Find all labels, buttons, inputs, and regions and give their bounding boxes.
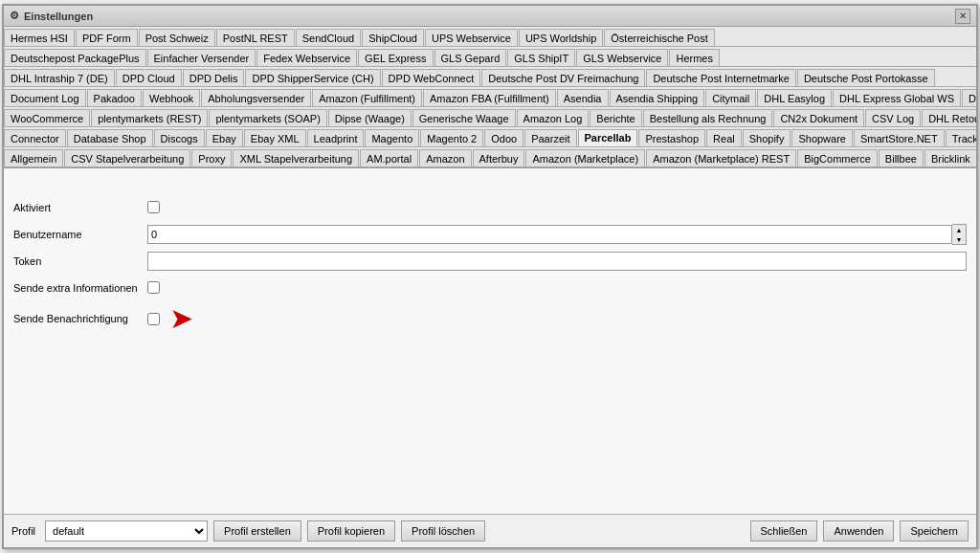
tab-post-schweiz[interactable]: Post Schweiz bbox=[139, 29, 215, 46]
tab-prestashop[interactable]: Prestashop bbox=[638, 129, 705, 146]
tab-plentymarkets-rest[interactable]: plentymarkets (REST) bbox=[91, 109, 208, 126]
tab-abholungsversender[interactable]: Abholungsversender bbox=[201, 89, 311, 106]
tab-ups-worldship[interactable]: UPS Worldship bbox=[519, 29, 603, 46]
tab-am-portal[interactable]: AM.portal bbox=[360, 149, 418, 166]
tab-generische-waage[interactable]: Generische Waage bbox=[412, 109, 516, 126]
tab-bricklink[interactable]: Bricklink bbox=[924, 149, 976, 166]
speichern-button[interactable]: Speichern bbox=[900, 520, 969, 542]
tab-deutsche-post-portokasse[interactable]: Deutsche Post Portokasse bbox=[797, 69, 935, 86]
tab-einfacher-versender[interactable]: Einfacher Versender bbox=[147, 49, 256, 66]
tab-dpd-cloud[interactable]: DPD Cloud bbox=[116, 69, 182, 86]
tab-allgemein[interactable]: Allgemein bbox=[4, 149, 63, 166]
tab-proxy[interactable]: Proxy bbox=[191, 149, 232, 166]
tab-ups-webservice[interactable]: UPS Webservice bbox=[425, 29, 518, 46]
main-window: ⚙ Einstellungen ✕ Hermes HSI PDF Form Po… bbox=[2, 4, 978, 549]
tab-odoo[interactable]: Odoo bbox=[484, 129, 523, 146]
tab-amazon[interactable]: Amazon bbox=[419, 149, 471, 166]
sende-benachrichtigung-label: Sende Benachrichtigung bbox=[13, 313, 147, 324]
tab-dpd-delis[interactable]: DPD Delis bbox=[183, 69, 245, 86]
tab-paarzeit[interactable]: Paarzeit bbox=[524, 129, 576, 146]
tab-citymail[interactable]: Citymail bbox=[705, 89, 756, 106]
tab-amazon-fulfillment[interactable]: Amazon (Fulfillment) bbox=[312, 89, 422, 106]
anwenden-button[interactable]: Anwenden bbox=[823, 520, 894, 542]
tab-parcellab[interactable]: Parcellab bbox=[578, 129, 638, 146]
tab-trackingportal[interactable]: Trackingportal bbox=[946, 129, 976, 146]
tab-amazon-fba[interactable]: Amazon FBA (Fulfillment) bbox=[423, 89, 556, 106]
tab-amazon-marketplace[interactable]: Amazon (Marketplace) bbox=[525, 149, 645, 166]
tab-fedex-webservice[interactable]: Fedex Webservice bbox=[256, 49, 357, 66]
tab-ebay-xml[interactable]: Ebay XML bbox=[244, 129, 306, 146]
tab-real[interactable]: Real bbox=[706, 129, 742, 146]
sende-extra-checkbox[interactable] bbox=[147, 281, 160, 294]
sende-benachrichtigung-checkbox[interactable] bbox=[147, 313, 160, 325]
tab-webhook[interactable]: Webhook bbox=[143, 89, 200, 106]
tab-deutschepost-packageplus[interactable]: Deutschepost PackagePlus bbox=[4, 49, 146, 66]
tab-dpd-webconnect[interactable]: DPD WebConnect bbox=[382, 69, 481, 86]
profil-select[interactable]: default bbox=[45, 520, 208, 542]
aktiviert-checkbox[interactable] bbox=[147, 201, 160, 213]
tab-hermes-hsi[interactable]: Hermes HSI bbox=[4, 29, 75, 46]
tab-postnl-rest[interactable]: PostNL REST bbox=[216, 29, 295, 46]
tab-leadprint[interactable]: Leadprint bbox=[307, 129, 365, 146]
tab-deutsche-post-dv[interactable]: Deutsche Post DV Freimachung bbox=[481, 69, 645, 86]
tab-pakadoo[interactable]: Pakadoo bbox=[87, 89, 142, 106]
aktiviert-label: Aktiviert bbox=[13, 202, 147, 213]
profil-erstellen-button[interactable]: Profil erstellen bbox=[213, 520, 301, 542]
tab-dhl-express[interactable]: DHL Express Global WS bbox=[833, 89, 961, 106]
tab-asendia-shipping[interactable]: Asendia Shipping bbox=[610, 89, 705, 106]
tab-document-log[interactable]: Document Log bbox=[4, 89, 86, 106]
tab-pdf-form[interactable]: PDF Form bbox=[76, 29, 138, 46]
aktiviert-row: Aktiviert bbox=[13, 197, 967, 218]
tab-cn2x-dokument[interactable]: CN2x Dokument bbox=[773, 109, 864, 126]
sende-extra-row: Sende extra Informationen bbox=[13, 277, 967, 299]
tab-bigcommerce[interactable]: BigCommerce bbox=[797, 149, 878, 166]
tab-oesterreichische-post[interactable]: Österreichische Post bbox=[604, 29, 714, 46]
tab-berichte[interactable]: Berichte bbox=[590, 109, 641, 126]
tab-dipse-waage[interactable]: Dipse (Waage) bbox=[328, 109, 412, 126]
tab-sendcloud[interactable]: SendCloud bbox=[296, 29, 361, 46]
tabs-container: Hermes HSI PDF Form Post Schweiz PostNL … bbox=[4, 27, 976, 168]
tab-asendia[interactable]: Asendia bbox=[557, 89, 609, 106]
tab-gls-shipit[interactable]: GLS ShipIT bbox=[507, 49, 575, 66]
tab-row-5: WooCommerce plentymarkets (REST) plentym… bbox=[4, 107, 976, 127]
tab-magento-2[interactable]: Magento 2 bbox=[420, 129, 483, 146]
profil-kopieren-button[interactable]: Profil kopieren bbox=[307, 520, 395, 542]
tab-bestellung-rechnung[interactable]: Bestellung als Rechnung bbox=[643, 109, 773, 126]
tab-smartstore[interactable]: SmartStore.NET bbox=[854, 129, 945, 146]
tab-ebay[interactable]: Ebay bbox=[206, 129, 243, 146]
tab-database-shop[interactable]: Database Shop bbox=[67, 129, 153, 146]
tab-amazon-marketplace-rest[interactable]: Amazon (Marketplace) REST bbox=[646, 149, 796, 166]
tab-billbee[interactable]: Billbee bbox=[879, 149, 924, 166]
tab-connector[interactable]: Connector bbox=[4, 129, 66, 146]
tab-hermes[interactable]: Hermes bbox=[669, 49, 720, 66]
tab-shopify[interactable]: Shopify bbox=[743, 129, 791, 146]
token-row: Token bbox=[13, 251, 967, 272]
tab-gls-webservice[interactable]: GLS Webservice bbox=[576, 49, 668, 66]
tab-woocommerce[interactable]: WooCommerce bbox=[4, 109, 90, 126]
tab-dhl-retoure[interactable]: DHL Retoure bbox=[922, 109, 976, 126]
tab-gel-express[interactable]: GEL Express bbox=[358, 49, 433, 66]
tab-discogs[interactable]: Discogs bbox=[154, 129, 205, 146]
tab-dhl-geschaeft[interactable]: DHL Geschäftskundenversand bbox=[962, 89, 976, 106]
benutzername-spin-down[interactable]: ▼ bbox=[952, 234, 966, 244]
tab-shopware[interactable]: Shopware bbox=[791, 129, 853, 146]
tab-xml-stapel[interactable]: XML Stapelverarbeitung bbox=[233, 149, 359, 166]
schliessen-button[interactable]: Schließen bbox=[750, 520, 818, 542]
benutzername-spin-up[interactable]: ▲ bbox=[952, 225, 966, 234]
benutzername-input[interactable] bbox=[147, 225, 952, 244]
tab-deutsche-post-internetmarke[interactable]: Deutsche Post Internetmarke bbox=[646, 69, 795, 86]
tab-dpd-shipper[interactable]: DPD ShipperService (CH) bbox=[245, 69, 380, 86]
tab-dhl-easylog[interactable]: DHL Easylog bbox=[757, 89, 832, 106]
tab-magento[interactable]: Magento bbox=[365, 129, 419, 146]
close-window-button[interactable]: ✕ bbox=[955, 9, 970, 24]
tab-afterbuy[interactable]: Afterbuy bbox=[473, 149, 525, 166]
tab-dhl-intraship[interactable]: DHL Intraship 7 (DE) bbox=[4, 69, 115, 86]
tab-shipcloud[interactable]: ShipCloud bbox=[362, 29, 424, 46]
token-input[interactable] bbox=[147, 252, 967, 271]
tab-csv-stapel[interactable]: CSV Stapelverarbeitung bbox=[64, 149, 190, 166]
tab-plentymarkets-soap[interactable]: plentymarkets (SOAP) bbox=[209, 109, 326, 126]
tab-gls-gepard[interactable]: GLS Gepard bbox=[434, 49, 507, 66]
profil-loeschen-button[interactable]: Profil löschen bbox=[401, 520, 485, 542]
tab-amazon-log[interactable]: Amazon Log bbox=[517, 109, 590, 126]
tab-csv-log[interactable]: CSV Log bbox=[865, 109, 921, 126]
